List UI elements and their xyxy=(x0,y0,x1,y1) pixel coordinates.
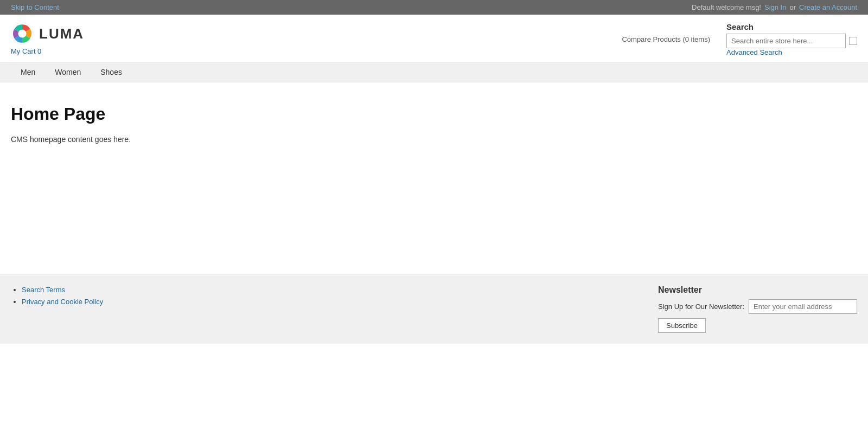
nav-item-shoes: Shoes xyxy=(91,62,132,82)
newsletter-label: Sign Up for Our Newsletter: xyxy=(658,302,744,311)
newsletter-row: Sign Up for Our Newsletter: xyxy=(658,299,857,314)
footer-link-item-search-terms: Search Terms xyxy=(22,285,103,294)
logo-text: LUMA xyxy=(39,25,84,42)
search-row xyxy=(726,34,857,48)
advanced-search-link[interactable]: Advanced Search xyxy=(726,48,782,56)
footer-links: Search Terms Privacy and Cookie Policy xyxy=(11,285,103,309)
newsletter-section: Newsletter Sign Up for Our Newsletter: S… xyxy=(658,285,857,333)
header-right: Compare Products (0 items) Search Advanc… xyxy=(622,22,857,56)
or-text: or xyxy=(789,3,796,11)
search-checkbox[interactable] xyxy=(849,37,857,45)
logo-icon xyxy=(11,22,34,45)
privacy-policy-link[interactable]: Privacy and Cookie Policy xyxy=(22,298,103,306)
nav-bar: Men Women Shoes xyxy=(0,62,868,82)
svg-point-1 xyxy=(18,29,26,37)
top-bar-right: Default welcome msg! Sign In or Create a… xyxy=(692,3,857,11)
footer: Search Terms Privacy and Cookie Policy N… xyxy=(0,274,868,344)
newsletter-email-input[interactable] xyxy=(749,299,857,314)
create-account-link[interactable]: Create an Account xyxy=(799,3,857,11)
search-terms-link[interactable]: Search Terms xyxy=(22,286,65,294)
header-left: LUMA My Cart 0 xyxy=(11,22,84,55)
page-title: Home Page xyxy=(11,104,857,124)
skip-to-content-link[interactable]: Skip to Content xyxy=(11,3,59,11)
nav-link-men[interactable]: Men xyxy=(11,62,45,82)
nav-list: Men Women Shoes xyxy=(11,62,857,82)
nav-item-men: Men xyxy=(11,62,45,82)
newsletter-title: Newsletter xyxy=(658,285,857,295)
sign-in-link[interactable]: Sign In xyxy=(764,3,786,11)
header: LUMA My Cart 0 Compare Products (0 items… xyxy=(0,15,868,62)
subscribe-button[interactable]: Subscribe xyxy=(658,318,706,333)
logo-area: LUMA xyxy=(11,22,84,45)
main-content: Home Page CMS homepage content goes here… xyxy=(0,82,868,165)
my-cart-link[interactable]: My Cart 0 xyxy=(11,47,84,55)
compare-products-label: Compare Products (0 items) xyxy=(622,35,710,43)
search-input[interactable] xyxy=(726,34,846,48)
nav-link-women[interactable]: Women xyxy=(45,62,91,82)
footer-link-item-privacy: Privacy and Cookie Policy xyxy=(22,297,103,306)
search-section: Search Advanced Search xyxy=(726,22,857,56)
cms-content: CMS homepage content goes here. xyxy=(11,135,857,144)
welcome-message: Default welcome msg! xyxy=(692,3,761,11)
top-bar: Skip to Content Default welcome msg! Sig… xyxy=(0,0,868,15)
nav-item-women: Women xyxy=(45,62,91,82)
nav-link-shoes[interactable]: Shoes xyxy=(91,62,132,82)
search-label: Search xyxy=(726,22,754,31)
